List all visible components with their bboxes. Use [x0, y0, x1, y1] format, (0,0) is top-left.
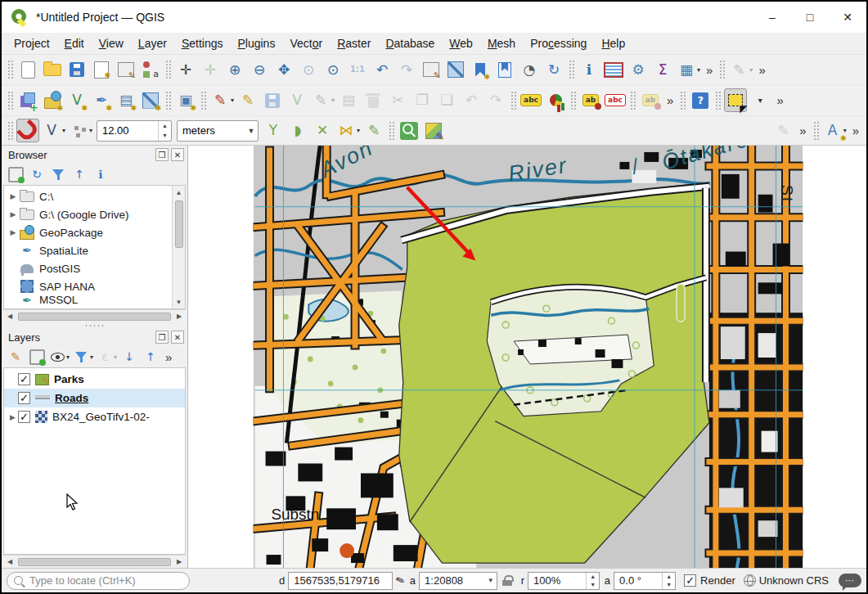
- open-project-button[interactable]: [41, 58, 64, 82]
- pan-map-button[interactable]: ✛: [174, 58, 197, 82]
- step-down-icon[interactable]: ▼: [587, 581, 599, 589]
- chevron-down-icon[interactable]: ▼: [484, 577, 497, 584]
- step-up-icon[interactable]: ▲: [663, 573, 675, 581]
- browser-item-postgis[interactable]: PostGIS: [4, 259, 185, 277]
- manage-map-themes-dropdown[interactable]: ▾: [66, 353, 70, 361]
- crs-globe-icon[interactable]: [744, 574, 756, 587]
- expand-arrow-icon[interactable]: ▶: [7, 210, 19, 218]
- new-project-button[interactable]: [16, 58, 39, 82]
- new-map-view-button[interactable]: [420, 58, 443, 82]
- scroll-up-icon[interactable]: ▲: [173, 186, 186, 199]
- filter-by-expression-button[interactable]: ε▾: [96, 347, 118, 367]
- osm-place-search-button[interactable]: [422, 119, 445, 142]
- create-annotation-dropdown[interactable]: ▾: [843, 127, 847, 134]
- layer-item-bx24-geotifv1-02[interactable]: ▶✓BX24_GeoTifv1-02-: [4, 407, 185, 426]
- close-button[interactable]: ✕: [829, 2, 866, 33]
- browser-properties-button[interactable]: ℹ: [91, 164, 110, 184]
- snapping-options-dropdown[interactable]: ▾: [89, 127, 92, 134]
- step-up-icon[interactable]: ▲: [159, 121, 171, 131]
- menu-edit[interactable]: Edit: [57, 34, 92, 52]
- expand-arrow-icon[interactable]: ▶: [7, 228, 19, 236]
- attribute-table-dropdown[interactable]: ▾: [697, 66, 700, 74]
- pin-labels-button[interactable]: ab: [579, 88, 602, 112]
- undo-button[interactable]: ↶: [460, 88, 483, 112]
- filter-legend-button[interactable]: ▾: [72, 347, 94, 367]
- menu-processing[interactable]: Processing: [523, 34, 594, 52]
- highlight-pinned-labels-button[interactable]: abc: [604, 88, 627, 112]
- browser-close-button[interactable]: ✕: [171, 148, 184, 161]
- magnifier-spinbox[interactable]: 100% ▲▼: [528, 572, 600, 590]
- snapping-mode-dropdown[interactable]: ▾: [62, 127, 65, 134]
- new-3d-map-view-button[interactable]: [444, 58, 467, 82]
- geosearch-button[interactable]: [398, 119, 421, 142]
- current-edits-dropdown[interactable]: ▾: [231, 97, 234, 104]
- snap-units-combo[interactable]: meters▼: [177, 120, 259, 142]
- identify-features-button[interactable]: ℹ: [578, 58, 600, 82]
- refresh-browser-button[interactable]: ↻: [27, 164, 47, 184]
- scale-combo[interactable]: 1:20808 ▼: [419, 572, 497, 590]
- menu-raster[interactable]: Raster: [330, 34, 378, 52]
- locator-input[interactable]: [28, 574, 182, 587]
- scroll-left-icon[interactable]: ◀: [3, 310, 16, 323]
- digitize-feature-button[interactable]: V: [286, 88, 308, 112]
- coordinate-box[interactable]: 1567535,5179716: [288, 572, 393, 590]
- menu-project[interactable]: Project: [7, 34, 57, 52]
- select-features-dropdown-button[interactable]: ▾: [749, 88, 771, 112]
- step-up-icon[interactable]: ▲: [587, 573, 599, 581]
- collapse-all-layers-button[interactable]: ↑: [141, 347, 160, 367]
- refresh-map-button[interactable]: ↻: [542, 58, 565, 82]
- add-selected-layers-button[interactable]: [6, 164, 25, 184]
- new-print-layout-button[interactable]: [90, 58, 113, 82]
- render-checkbox[interactable]: ✓: [684, 574, 696, 587]
- browser-item-sap-hana[interactable]: SAP HANA: [4, 277, 185, 295]
- layers-close-button[interactable]: ✕: [171, 331, 184, 344]
- show-spatial-bookmarks-button[interactable]: [493, 58, 516, 82]
- scroll-left-icon[interactable]: ◀: [3, 556, 16, 569]
- browser-vertical-scrollbar[interactable]: ▲ ▼: [172, 186, 185, 308]
- manage-map-themes-button[interactable]: ▾: [48, 347, 70, 367]
- statistical-summary-button[interactable]: Σ: [651, 58, 674, 82]
- zoom-next-button[interactable]: ↷: [395, 58, 418, 82]
- digitize-with-curve-dropdown[interactable]: ▾: [749, 66, 753, 74]
- zoom-to-layer-button[interactable]: ⊙: [322, 58, 344, 82]
- menu-mesh[interactable]: Mesh: [480, 34, 523, 52]
- select-features-button[interactable]: [724, 88, 747, 112]
- cut-features-button[interactable]: ✂: [386, 88, 409, 112]
- crs-status[interactable]: Unknown CRS: [759, 574, 829, 587]
- copy-features-button[interactable]: ❐: [411, 88, 434, 112]
- zoom-to-selection-button[interactable]: ⊙: [297, 58, 320, 82]
- menu-layer[interactable]: Layer: [131, 34, 174, 52]
- toolbar-overflow-button[interactable]: »: [161, 350, 176, 364]
- zoom-last-button[interactable]: ↶: [371, 58, 394, 82]
- help-contents-button[interactable]: ?: [689, 88, 712, 112]
- menu-database[interactable]: Database: [378, 34, 442, 52]
- layer-labeling-button[interactable]: abc: [519, 88, 542, 112]
- open-layer-styling-button[interactable]: ✎: [6, 347, 25, 367]
- vertex-tool-button[interactable]: ✎▾: [310, 88, 335, 112]
- scrollbar-thumb[interactable]: [18, 313, 171, 321]
- menu-help[interactable]: Help: [594, 34, 632, 52]
- temporal-controller-button[interactable]: ◔: [518, 58, 541, 82]
- new-geopackage-layer-button[interactable]: ✱: [41, 88, 64, 112]
- scroll-down-icon[interactable]: ▼: [173, 295, 186, 308]
- zoom-native-button[interactable]: 1:1: [346, 58, 369, 82]
- new-shapefile-layer-button[interactable]: V✱: [65, 88, 88, 112]
- delete-selected-button[interactable]: [362, 88, 385, 112]
- modify-attributes-button[interactable]: ▤: [337, 88, 360, 112]
- menu-plugins[interactable]: Plugins: [230, 34, 282, 52]
- browser-item-mssql[interactable]: ✒MSSQL: [4, 295, 185, 304]
- attribute-table-button[interactable]: ▦▾: [676, 58, 701, 82]
- filter-legend-dropdown[interactable]: ▾: [90, 353, 93, 361]
- mouse-position-toggle-icon[interactable]: ✎: [394, 574, 407, 588]
- expand-arrow-icon[interactable]: ▶: [7, 413, 18, 421]
- new-spatialite-layer-button[interactable]: ✒✱: [90, 88, 113, 112]
- toolbar-overflow-button[interactable]: »: [772, 93, 787, 107]
- toolbar-overflow-button[interactable]: »: [848, 124, 863, 137]
- scroll-right-icon[interactable]: ▶: [173, 556, 186, 569]
- layers-horizontal-scrollbar[interactable]: ◀ ▶: [3, 555, 186, 568]
- browser-horizontal-scrollbar[interactable]: ◀ ▶: [3, 309, 186, 322]
- layer-diagram-button[interactable]: [544, 88, 567, 112]
- browser-item-c[interactable]: ▶C:\: [4, 187, 185, 205]
- avoid-polygon-overlap-button[interactable]: ◗: [286, 119, 309, 142]
- step-down-icon[interactable]: ▼: [159, 131, 171, 141]
